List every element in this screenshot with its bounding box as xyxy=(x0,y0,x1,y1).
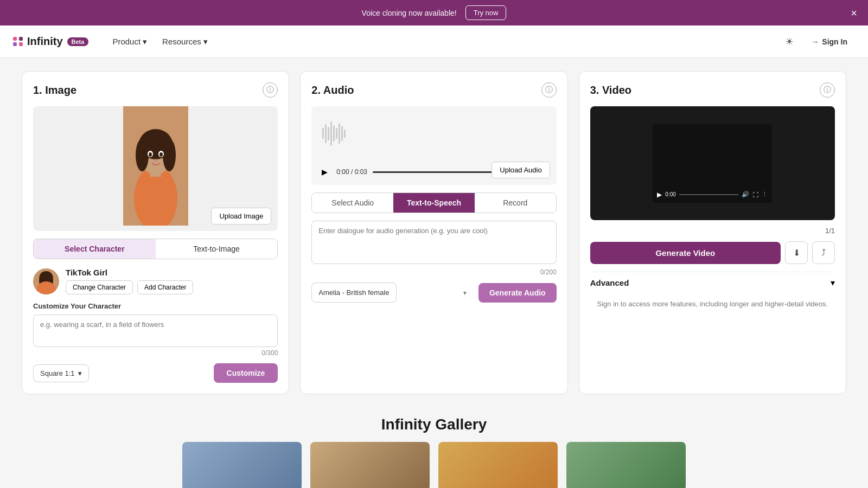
logo-icon xyxy=(13,37,23,46)
video-info-button[interactable]: ⓘ xyxy=(820,82,835,98)
upload-image-button[interactable]: Upload Image xyxy=(211,208,271,224)
audio-char-count: 0/200 xyxy=(311,268,556,276)
nav-menu: Product ▾ Resources ▾ xyxy=(106,33,214,51)
aspect-ratio-select[interactable]: Square 1:1 ▾ xyxy=(33,364,89,382)
share-icon: ⤴ xyxy=(821,248,826,258)
cards-row: 1. Image ⓘ xyxy=(22,71,846,394)
customize-char-count: 0/300 xyxy=(33,349,278,357)
signin-button[interactable]: → Sign In xyxy=(803,33,855,50)
svg-point-10 xyxy=(159,152,163,157)
advanced-note: Sign in to access more features, includi… xyxy=(590,299,835,310)
video-controls: ▶ 0:00 🔊 ⛶ ⋮ xyxy=(657,191,768,198)
banner-try-button[interactable]: Try now xyxy=(465,5,507,20)
video-card-header: 3. Video ⓘ xyxy=(590,82,835,98)
download-button[interactable]: ⬇ xyxy=(785,241,808,264)
brand-name: Infinity xyxy=(27,35,63,48)
generate-audio-button[interactable]: Generate Audio xyxy=(478,283,557,303)
change-character-button[interactable]: Change Character xyxy=(66,280,133,294)
video-more-button[interactable]: ⋮ xyxy=(762,191,768,198)
gallery-section: Infinity Gallery xyxy=(22,416,846,488)
chevron-down-icon: ▾ xyxy=(831,278,835,288)
image-card-title: 1. Image xyxy=(33,84,76,97)
text-to-image-tab[interactable]: Text-to-Image xyxy=(156,239,278,259)
video-time: 0:00 xyxy=(665,191,675,197)
add-character-button[interactable]: Add Character xyxy=(137,280,193,294)
generate-video-row: Generate Video ⬇ ⤴ xyxy=(590,241,835,264)
beta-badge: Beta xyxy=(67,37,89,46)
main-content: 1. Image ⓘ xyxy=(11,58,857,488)
generate-video-button[interactable]: Generate Video xyxy=(590,242,781,264)
audio-time: 0:00 / 0:03 xyxy=(336,168,367,176)
select-character-tab[interactable]: Select Character xyxy=(34,239,156,259)
svg-point-6 xyxy=(163,139,176,171)
customize-button[interactable]: Customize xyxy=(214,363,278,383)
svg-point-5 xyxy=(136,139,149,171)
image-tab-row: Select Character Text-to-Image xyxy=(33,239,278,259)
navbar: Infinity Beta Product ▾ Resources ▾ ☀ → … xyxy=(0,25,868,58)
share-button[interactable]: ⤴ xyxy=(812,241,835,264)
video-card: 3. Video ⓘ ▶ 0:00 🔊 ⛶ ⋮ 1/1 Generate xyxy=(579,71,846,394)
video-play-button[interactable]: ▶ xyxy=(657,191,662,198)
chevron-down-icon: ▾ xyxy=(78,369,82,377)
audio-bottom-row: Amelia - British female Generate Audio xyxy=(311,282,556,303)
advanced-section[interactable]: Advanced ▾ xyxy=(590,272,835,293)
signin-icon: → xyxy=(811,37,819,46)
dialogue-input[interactable] xyxy=(311,221,556,264)
gallery-item[interactable] xyxy=(182,442,302,488)
record-tab[interactable]: Record xyxy=(475,193,556,213)
svg-point-11 xyxy=(155,159,157,162)
chevron-down-icon: ▾ xyxy=(203,37,208,47)
announcement-banner: Voice cloning now available! Try now × xyxy=(0,0,868,25)
download-icon: ⬇ xyxy=(793,248,800,258)
customize-label: Customize Your Character xyxy=(33,302,278,310)
character-row: TikTok Girl Change Character Add Charact… xyxy=(33,268,278,294)
image-bottom-row: Square 1:1 ▾ Customize xyxy=(33,363,278,383)
audio-play-button[interactable]: ▶ xyxy=(318,165,331,178)
character-avatar xyxy=(33,268,59,294)
video-volume-button[interactable]: 🔊 xyxy=(742,191,749,198)
image-card: 1. Image ⓘ xyxy=(22,71,289,394)
character-info: TikTok Girl Change Character Add Charact… xyxy=(66,268,193,294)
audio-preview-area: ▶ 0:00 / 0:03 🔊 ⋮ Upload Audio xyxy=(311,106,556,185)
audio-card-title: 2. Audio xyxy=(311,84,354,97)
text-to-speech-tab[interactable]: Text-to-Speech xyxy=(393,193,475,213)
audio-card: 2. Audio ⓘ ▶ xyxy=(300,71,567,394)
image-card-header: 1. Image ⓘ xyxy=(33,82,278,98)
voice-select-wrap: Amelia - British female xyxy=(311,282,473,303)
advanced-label: Advanced xyxy=(590,278,629,287)
character-image xyxy=(123,106,188,226)
brand-logo[interactable]: Infinity Beta xyxy=(13,35,88,48)
gallery-title: Infinity Gallery xyxy=(33,416,835,433)
image-preview-area: Upload Image xyxy=(33,106,278,231)
audio-card-header: 2. Audio ⓘ xyxy=(311,82,556,98)
audio-tab-row: Select Audio Text-to-Speech Record xyxy=(311,192,556,213)
video-progress-bar[interactable] xyxy=(679,194,739,195)
svg-point-9 xyxy=(149,152,152,157)
gallery-item[interactable] xyxy=(438,442,558,488)
gallery-item[interactable] xyxy=(310,442,430,488)
upload-audio-button[interactable]: Upload Audio xyxy=(492,162,550,178)
video-player: ▶ 0:00 🔊 ⛶ ⋮ xyxy=(653,124,772,203)
theme-toggle-button[interactable]: ☀ xyxy=(782,33,797,51)
avatar-image xyxy=(33,268,59,294)
product-menu-item[interactable]: Product ▾ xyxy=(106,33,154,51)
banner-text: Voice cloning now available! xyxy=(362,9,457,17)
nav-right: ☀ → Sign In xyxy=(782,33,855,51)
character-buttons: Change Character Add Character xyxy=(66,280,193,294)
video-page-indicator: 1/1 xyxy=(590,227,835,235)
customize-input[interactable] xyxy=(33,314,278,347)
video-fullscreen-button[interactable]: ⛶ xyxy=(752,191,758,198)
audio-info-button[interactable]: ⓘ xyxy=(541,82,557,98)
gallery-row xyxy=(33,442,835,488)
resources-menu-item[interactable]: Resources ▾ xyxy=(156,33,214,51)
banner-close-button[interactable]: × xyxy=(851,8,857,18)
video-card-title: 3. Video xyxy=(590,84,631,97)
image-info-button[interactable]: ⓘ xyxy=(263,82,278,98)
voice-select[interactable]: Amelia - British female xyxy=(311,282,397,303)
character-name: TikTok Girl xyxy=(66,268,193,277)
audio-waveform xyxy=(322,117,545,150)
gallery-item[interactable] xyxy=(566,442,686,488)
video-preview-area: ▶ 0:00 🔊 ⛶ ⋮ xyxy=(590,106,835,220)
chevron-down-icon: ▾ xyxy=(143,37,147,47)
select-audio-tab[interactable]: Select Audio xyxy=(312,193,393,213)
